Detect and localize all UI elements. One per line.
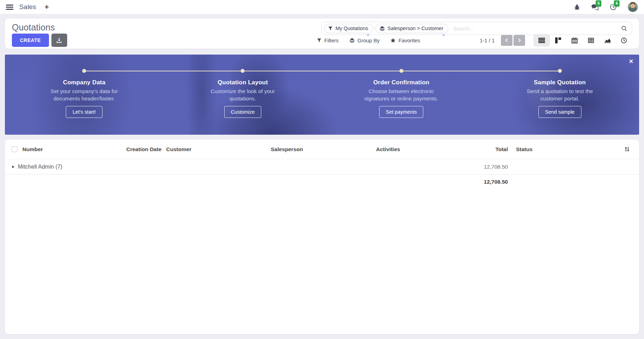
- pager-previous-button[interactable]: [501, 35, 512, 46]
- customize-button[interactable]: Customize: [224, 106, 262, 118]
- pager-and-views: 1-1 / 1: [480, 34, 632, 47]
- group-expand-caret-icon[interactable]: [12, 165, 14, 168]
- activities-badge: 6: [614, 0, 620, 7]
- kanban-view-button[interactable]: [550, 34, 566, 47]
- onboarding-step-company-data: Company Data Set your company's data for…: [5, 55, 163, 135]
- pager-text: 1-1 / 1: [480, 37, 495, 43]
- top-navbar: Sales + 5 6: [0, 0, 644, 14]
- search-options: Filters Group By Favorites: [317, 34, 420, 47]
- timeline-dot: [82, 69, 86, 73]
- send-sample-button[interactable]: Send sample: [538, 106, 581, 118]
- control-panel-top-row: Quotations My Quotations Salesperson > C…: [12, 22, 632, 35]
- timeline-dot: [241, 69, 245, 73]
- timeline-dot: [558, 69, 562, 73]
- timeline-dot: [399, 69, 403, 73]
- search-facet-my-quotations[interactable]: My Quotations: [324, 24, 374, 33]
- search-bar[interactable]: My Quotations Salesperson > Customer × ×: [321, 22, 632, 35]
- onboarding-step-order-confirmation: Order Confirmation Choose between electr…: [322, 55, 481, 135]
- group-total: 12,708.50: [458, 164, 508, 170]
- pivot-view-button[interactable]: [583, 34, 599, 47]
- onboarding-steps: Company Data Set your company's data for…: [5, 55, 639, 135]
- select-all-checkbox[interactable]: [12, 146, 17, 152]
- next-icon: [517, 38, 521, 42]
- footer-total: 12,708.50: [458, 179, 508, 185]
- column-header-total[interactable]: Total: [458, 146, 508, 153]
- calendar-view-button[interactable]: [566, 34, 583, 47]
- group-label: Mitchell Admin (7): [18, 164, 62, 170]
- column-header-salesperson[interactable]: Salesperson: [271, 146, 376, 153]
- export-button[interactable]: [51, 34, 67, 47]
- page-title: Quotations: [12, 22, 55, 33]
- graph-view-icon: [604, 38, 611, 43]
- graph-view-button[interactable]: [599, 34, 616, 47]
- calendar-view-icon: [572, 37, 578, 43]
- list-view-button[interactable]: [533, 34, 550, 47]
- activity-view-icon: [621, 37, 627, 43]
- lets-start-button[interactable]: Let's start!: [66, 106, 102, 118]
- apps-menu-icon[interactable]: [6, 5, 13, 10]
- plus-icon[interactable]: +: [45, 3, 49, 10]
- onboarding-banner: × Company Data Set your company's data f…: [5, 55, 639, 135]
- prev-icon: [505, 38, 509, 42]
- star-icon: [390, 38, 396, 43]
- kanban-view-icon: [555, 37, 561, 43]
- layers-icon: [349, 38, 355, 43]
- column-header-creation-date[interactable]: Creation Date: [126, 146, 166, 153]
- user-avatar[interactable]: [628, 2, 638, 12]
- group-row-mitchell-admin[interactable]: Mitchell Admin (7) 12,708.50: [5, 159, 639, 175]
- banner-close-icon[interactable]: ×: [629, 58, 633, 65]
- pager-next-button[interactable]: [514, 35, 525, 46]
- onboarding-step-sample-quotation: Sample Quotation Send a quotation to tes…: [481, 55, 639, 135]
- filter-icon: [328, 26, 333, 31]
- search-magnifier-icon[interactable]: [621, 26, 627, 31]
- group-by-button[interactable]: Group By: [349, 37, 380, 43]
- messages-icon[interactable]: 5: [591, 3, 599, 11]
- facet-label: Salesperson > Customer: [388, 26, 444, 31]
- navbar-left: Sales +: [6, 3, 49, 11]
- onboarding-step-quotation-layout: Quotation Layout Customize the look of y…: [163, 55, 322, 135]
- debug-bug-icon[interactable]: [573, 3, 581, 11]
- set-payments-button[interactable]: Set payments: [379, 106, 424, 118]
- app-title[interactable]: Sales: [19, 3, 36, 11]
- activity-view-button[interactable]: [616, 34, 632, 47]
- column-header-number[interactable]: Number: [22, 146, 126, 153]
- quotations-list: Number Creation Date Customer Salesperso…: [5, 140, 639, 334]
- search-facet-groupby[interactable]: Salesperson > Customer: [375, 24, 449, 33]
- activities-clock-icon[interactable]: 6: [609, 3, 617, 11]
- download-icon: [56, 37, 62, 43]
- list-header-row: Number Creation Date Customer Salesperso…: [5, 140, 639, 159]
- control-panel: Quotations My Quotations Salesperson > C…: [5, 19, 639, 49]
- adjust-columns-icon: [624, 147, 630, 152]
- filter-icon: [317, 38, 321, 43]
- list-view-icon: [538, 38, 545, 43]
- favorites-button[interactable]: Favorites: [390, 37, 420, 43]
- column-header-customer[interactable]: Customer: [166, 146, 271, 153]
- pivot-view-icon: [588, 38, 594, 43]
- navbar-right: 5 6: [573, 2, 638, 12]
- facet-label: My Quotations: [335, 26, 368, 31]
- column-header-activities[interactable]: Activities: [376, 146, 458, 153]
- messages-badge: 5: [596, 0, 601, 7]
- search-input[interactable]: [452, 25, 621, 32]
- filters-button[interactable]: Filters: [317, 37, 339, 43]
- layers-icon: [380, 26, 385, 31]
- list-footer-row: 12,708.50: [5, 175, 639, 189]
- control-panel-bottom-row: CREATE Filters Group By Favorites: [12, 34, 632, 47]
- column-header-status[interactable]: Status: [508, 146, 590, 153]
- optional-columns-button[interactable]: [624, 147, 639, 152]
- create-button[interactable]: CREATE: [12, 34, 49, 47]
- view-switcher: [533, 34, 632, 47]
